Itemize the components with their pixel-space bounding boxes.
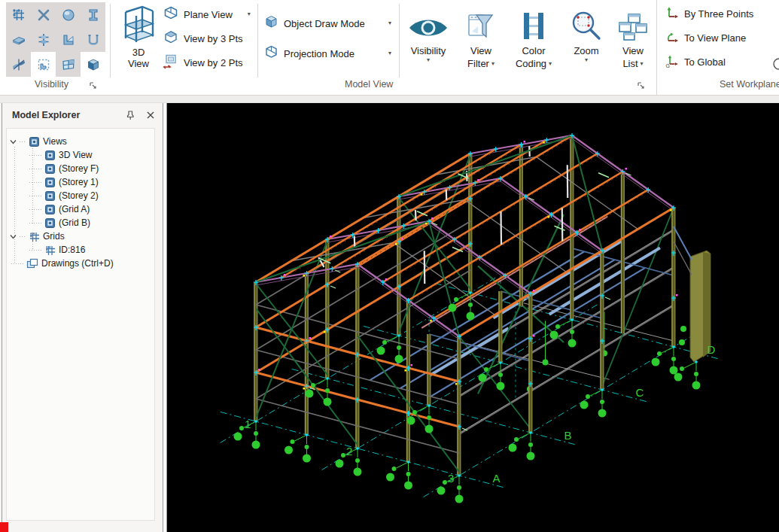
svg-text:G: G xyxy=(666,62,670,68)
tree-item-view-icon xyxy=(29,136,40,147)
model-view-dialog-launcher-icon[interactable] xyxy=(637,80,646,89)
close-icon[interactable] xyxy=(144,108,157,122)
tree-item-storey-2[interactable]: (Storey 2) xyxy=(7,189,154,202)
zoom-button[interactable]: Zoom ▾ xyxy=(563,2,610,78)
view-filter-dropdown-arrow: ▾ xyxy=(491,61,494,67)
status-indicator xyxy=(0,522,8,532)
by-three-points-icon xyxy=(665,6,679,22)
expander-chevron-icon[interactable] xyxy=(10,136,17,147)
slab-icon[interactable] xyxy=(6,27,31,52)
tree-item-grid-icon xyxy=(29,231,40,242)
color-coding-dropdown-arrow: ▾ xyxy=(549,61,552,67)
solid-cube-icon[interactable] xyxy=(81,52,105,77)
svg-text:C: C xyxy=(636,386,644,399)
view-list-icon xyxy=(618,2,648,41)
to-view-plane-button[interactable]: To View Plane xyxy=(665,29,746,47)
tree-item-id-816[interactable]: ID:816 xyxy=(7,243,154,257)
view-by-3-pts-icon xyxy=(163,29,179,48)
connection-icon[interactable] xyxy=(31,27,56,52)
model-explorer-tree: Views3D View(Storey F)(Storey 1)(Storey … xyxy=(6,128,155,521)
view-filter-label-line1: View xyxy=(470,44,491,57)
to-global-button[interactable]: G To Global xyxy=(665,53,726,71)
model-viewport[interactable]: 123ABCD xyxy=(167,103,779,532)
visibility-group-label: Visibility xyxy=(35,79,68,90)
eye-icon xyxy=(406,2,450,41)
object-draw-mode-label: Object Draw Mode xyxy=(284,18,365,29)
to-view-plane-label: To View Plane xyxy=(684,32,746,44)
svg-text:B: B xyxy=(564,429,572,442)
expander-chevron-icon[interactable] xyxy=(10,231,17,242)
channel-section-icon[interactable] xyxy=(81,27,105,52)
3d-view-label-line1: 3D xyxy=(132,47,145,58)
projection-mode-icon xyxy=(263,44,279,62)
visibility-tool-label: Visibility xyxy=(411,44,446,57)
svg-text:D: D xyxy=(707,343,716,356)
panels-icon[interactable] xyxy=(56,52,81,77)
svg-text:A: A xyxy=(493,472,501,485)
3d-view-label-line2: View xyxy=(128,58,149,69)
panel-title: Model Explorer xyxy=(12,110,80,120)
tree-item-drawings-ctrl-d[interactable]: Drawings (Ctrl+D) xyxy=(7,257,154,270)
tree-item-label: Grids xyxy=(43,231,65,242)
tree-item-view-icon xyxy=(44,204,56,215)
tree-item-grids[interactable]: Grids xyxy=(7,230,154,243)
projection-mode-label: Projection Mode xyxy=(284,48,355,59)
group-separator xyxy=(257,4,258,78)
color-coding-icon xyxy=(521,2,546,41)
tree-item-views[interactable]: Views xyxy=(7,135,154,148)
tree-item-view-icon xyxy=(44,163,56,175)
tree-item-label: (Storey 2) xyxy=(59,190,99,201)
tree-item-storey-1[interactable]: (Storey 1) xyxy=(7,175,154,189)
visibility-dialog-launcher-icon[interactable] xyxy=(89,80,98,89)
tree-item-label: (Storey F) xyxy=(59,163,99,174)
group-separator xyxy=(656,0,657,95)
tree-item-3d-view[interactable]: 3D View xyxy=(7,148,154,162)
svg-text:1: 1 xyxy=(245,418,251,430)
plane-view-button[interactable]: Plane View ▾ xyxy=(163,5,254,24)
brace-icon[interactable] xyxy=(6,52,31,77)
tree-item-label: Views xyxy=(43,136,67,147)
group-separator xyxy=(110,4,111,78)
by-three-points-label: By Three Points xyxy=(684,8,753,20)
i-beam-icon[interactable] xyxy=(81,2,105,27)
svg-text:3: 3 xyxy=(448,472,454,485)
view-filter-button[interactable]: View Filter▾ xyxy=(458,2,504,78)
object-draw-mode-button[interactable]: Object Draw Mode ▾ xyxy=(263,14,397,33)
plane-view-icon xyxy=(163,5,179,24)
projection-mode-button[interactable]: Projection Mode ▾ xyxy=(263,44,397,63)
view-by-2-pts-icon xyxy=(161,53,179,73)
zoom-dropdown-arrow: ▾ xyxy=(585,57,588,63)
visibility-tool-button[interactable]: Visibility ▾ xyxy=(402,2,455,78)
application-window: Visibility 3D View Plane View ▾ xyxy=(0,0,779,532)
tree-item-storey-f[interactable]: (Storey F) xyxy=(7,162,154,175)
object-draw-mode-icon xyxy=(263,14,279,32)
sphere-icon[interactable] xyxy=(56,2,81,27)
delete-cross-icon[interactable] xyxy=(31,2,56,27)
view-by-3-pts-button[interactable]: View by 3 Pts xyxy=(163,29,243,48)
tree-item-view-icon xyxy=(44,190,56,202)
view-by-2-pts-button[interactable]: View by 2 Pts xyxy=(161,53,243,72)
selection-marquee-icon[interactable] xyxy=(31,52,56,77)
tree-item-label: Drawings (Ctrl+D) xyxy=(41,258,114,269)
panel-splitter[interactable] xyxy=(163,103,163,532)
tree-item-grid-b[interactable]: (Grid B) xyxy=(7,216,154,230)
color-coding-label-line1: Color xyxy=(522,44,545,57)
by-three-points-button[interactable]: By Three Points xyxy=(665,5,753,23)
3d-view-button[interactable]: 3D View xyxy=(114,2,163,77)
clipped-ribbon-icon xyxy=(772,57,779,71)
tree-item-grid-a[interactable]: (Grid A) xyxy=(7,202,154,216)
tree-item-drawings-icon xyxy=(26,258,38,269)
view-list-button[interactable]: View List▾ xyxy=(611,2,655,78)
color-coding-button[interactable]: Color Coding▾ xyxy=(507,2,560,78)
angle-section-icon[interactable] xyxy=(56,27,81,52)
projection-mode-dropdown-arrow: ▾ xyxy=(388,50,391,56)
view-list-dropdown-arrow: ▾ xyxy=(641,61,644,67)
tree-item-label: 3D View xyxy=(59,150,92,160)
tree-item-view-icon xyxy=(44,150,56,161)
svg-text:2: 2 xyxy=(346,445,352,458)
visibility-tool-dropdown-arrow: ▾ xyxy=(427,57,430,63)
pin-icon[interactable] xyxy=(123,108,137,122)
view-list-label-line2: List xyxy=(622,57,638,70)
view-filter-icon xyxy=(467,2,494,41)
grid-nodes-icon[interactable] xyxy=(6,2,31,27)
